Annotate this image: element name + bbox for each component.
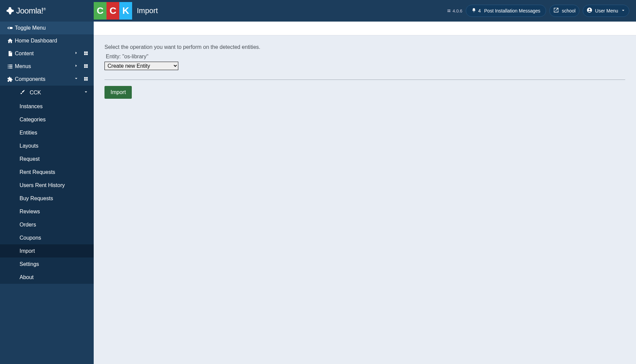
submenu-item-buy-requests[interactable]: Buy Requests bbox=[0, 192, 94, 205]
submenu-header-cck[interactable]: CCK bbox=[0, 86, 94, 100]
svg-rect-14 bbox=[84, 66, 86, 68]
submenu-item-users-rent-history[interactable]: Users Rent History bbox=[0, 179, 94, 192]
submenu-item-reviews[interactable]: Reviews bbox=[0, 205, 94, 218]
grid-icon[interactable] bbox=[84, 51, 88, 57]
submenu-item-categories[interactable]: Categories bbox=[0, 113, 94, 126]
entity-operation-select[interactable]: Create new Entity bbox=[104, 62, 178, 70]
brand-name: Joomla!® bbox=[16, 6, 46, 16]
topbar: C C K Import 4.0.6 4 Post Installation M… bbox=[94, 0, 636, 22]
svg-rect-5 bbox=[86, 53, 88, 55]
submenu-item-label: Layouts bbox=[20, 143, 88, 149]
svg-rect-19 bbox=[86, 79, 88, 81]
chevron-down-icon bbox=[72, 76, 80, 82]
svg-rect-12 bbox=[84, 64, 86, 66]
cck-logo: C C K bbox=[94, 2, 132, 20]
svg-rect-4 bbox=[84, 53, 86, 55]
page-title: Import bbox=[137, 6, 158, 15]
submenu-item-settings[interactable]: Settings bbox=[0, 257, 94, 271]
submenu-item-label: Request bbox=[20, 156, 88, 162]
submenu-item-import[interactable]: Import bbox=[0, 244, 94, 257]
svg-point-25 bbox=[588, 9, 590, 10]
grid-icon[interactable] bbox=[84, 77, 88, 82]
home-icon bbox=[5, 38, 15, 44]
submenu-item-label: Coupons bbox=[20, 235, 88, 241]
svg-rect-13 bbox=[86, 64, 88, 66]
submenu-item-rent-requests[interactable]: Rent Requests bbox=[0, 165, 94, 179]
toggle-icon bbox=[5, 25, 15, 31]
submenu-item-label: Buy Requests bbox=[20, 195, 88, 202]
list-icon bbox=[5, 63, 15, 69]
post-install-messages-button[interactable]: 4 Post Installation Messages bbox=[466, 5, 546, 17]
divider bbox=[104, 80, 625, 80]
brand[interactable]: Joomla!® bbox=[0, 0, 94, 22]
submenu-item-coupons[interactable]: Coupons bbox=[0, 231, 94, 244]
submenu-item-entities[interactable]: Entities bbox=[0, 126, 94, 139]
submenu-item-label: Categories bbox=[20, 117, 88, 123]
sidebar-item-home-dashboard[interactable]: Home Dashboard bbox=[0, 34, 94, 47]
version-text: 4.0.6 bbox=[453, 8, 462, 13]
svg-rect-9 bbox=[9, 66, 12, 67]
import-button[interactable]: Import bbox=[104, 86, 132, 99]
joomla-small-icon bbox=[447, 8, 451, 13]
chevron-down-icon bbox=[621, 8, 626, 14]
svg-rect-18 bbox=[84, 79, 86, 81]
notif-count: 4 bbox=[478, 8, 481, 13]
site-name: school bbox=[562, 8, 575, 13]
toggle-menu-label: Toggle Menu bbox=[15, 25, 88, 31]
post-install-label: Post Installation Messages bbox=[484, 8, 541, 13]
chevron-right-icon bbox=[72, 63, 80, 69]
bell-icon bbox=[472, 8, 476, 14]
puzzle-icon bbox=[5, 76, 15, 82]
svg-point-23 bbox=[449, 11, 450, 12]
submenu-item-label: About bbox=[20, 274, 88, 280]
svg-rect-10 bbox=[8, 68, 8, 68]
toggle-menu[interactable]: Toggle Menu bbox=[0, 22, 94, 34]
svg-point-21 bbox=[449, 9, 450, 11]
submenu-item-instances[interactable]: Instances bbox=[0, 100, 94, 113]
cck-logo-c3: K bbox=[119, 2, 132, 20]
submenu-item-label: Users Rent History bbox=[20, 182, 88, 188]
submenu-item-label: Rent Requests bbox=[20, 169, 88, 175]
sidebar-item-menus[interactable]: Menus bbox=[0, 60, 94, 73]
svg-rect-11 bbox=[9, 68, 12, 68]
svg-rect-3 bbox=[86, 51, 88, 53]
external-link-icon bbox=[553, 7, 559, 14]
svg-rect-2 bbox=[84, 51, 86, 53]
sidebar-item-label: Menus bbox=[15, 63, 72, 69]
svg-rect-6 bbox=[8, 65, 8, 65]
submenu-item-label: Orders bbox=[20, 222, 88, 228]
svg-rect-15 bbox=[86, 66, 88, 68]
sidebar-item-label: Components bbox=[15, 76, 72, 82]
sidebar-item-label: Content bbox=[15, 51, 72, 57]
site-link-button[interactable]: school bbox=[549, 5, 579, 17]
user-menu-button[interactable]: User Menu bbox=[583, 5, 629, 17]
sidebar-item-content[interactable]: Content bbox=[0, 47, 94, 60]
submenu-header-label: CCK bbox=[30, 90, 80, 96]
entity-label: Entity: "os-library" bbox=[106, 54, 625, 60]
toolbar-strip bbox=[94, 22, 636, 35]
user-menu-label: User Menu bbox=[595, 8, 618, 13]
cck-logo-c1: C bbox=[94, 2, 107, 20]
svg-rect-17 bbox=[86, 77, 88, 79]
svg-point-22 bbox=[448, 11, 449, 12]
main: C C K Import 4.0.6 4 Post Installation M… bbox=[94, 0, 636, 364]
submenu-item-label: Instances bbox=[20, 103, 88, 110]
grid-icon[interactable] bbox=[84, 64, 88, 69]
submenu-item-about[interactable]: About bbox=[0, 271, 94, 284]
svg-point-20 bbox=[448, 9, 449, 11]
svg-rect-16 bbox=[84, 77, 86, 79]
svg-point-1 bbox=[8, 27, 10, 29]
content-area: Select the operation you want to perform… bbox=[94, 35, 636, 108]
paint-brush-icon bbox=[20, 89, 26, 96]
svg-rect-7 bbox=[9, 65, 12, 65]
chevron-down-icon bbox=[84, 90, 88, 96]
submenu-item-layouts[interactable]: Layouts bbox=[0, 139, 94, 152]
submenu-item-orders[interactable]: Orders bbox=[0, 218, 94, 231]
topbar-right: 4.0.6 4 Post Installation Messages schoo… bbox=[447, 5, 629, 17]
submenu-item-label: Reviews bbox=[20, 209, 88, 215]
sidebar-item-components[interactable]: Components bbox=[0, 73, 94, 86]
sidebar-item-label: Home Dashboard bbox=[15, 38, 88, 44]
submenu-item-request[interactable]: Request bbox=[0, 152, 94, 165]
version-link[interactable]: 4.0.6 bbox=[447, 8, 462, 13]
submenu-item-label: Settings bbox=[20, 261, 88, 267]
